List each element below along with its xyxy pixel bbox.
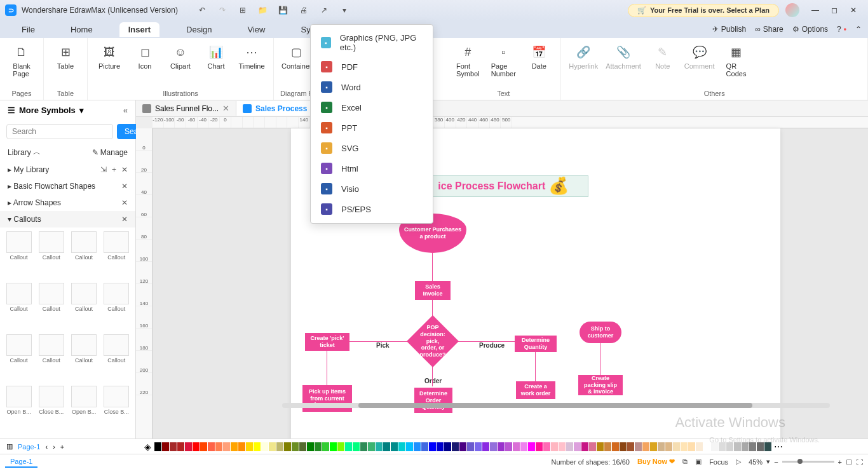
color-swatch[interactable]	[681, 442, 688, 451]
color-swatch[interactable]	[299, 442, 306, 451]
color-swatch[interactable]	[406, 442, 413, 451]
color-swatch[interactable]	[658, 442, 665, 451]
picture-button[interactable]: 🖼Picture	[94, 43, 125, 71]
export-option[interactable]: ▪PS/EPS	[311, 199, 433, 219]
menu-home[interactable]: Home	[62, 22, 102, 37]
shape-item[interactable]: Callout	[102, 334, 132, 383]
fullscreen-icon[interactable]: ⛶	[856, 458, 863, 466]
play-icon[interactable]: ▷	[736, 458, 741, 466]
undo-icon[interactable]: ↶	[197, 5, 207, 15]
color-swatch[interactable]	[734, 442, 741, 451]
color-swatch[interactable]	[757, 442, 764, 451]
shape-ship[interactable]: Ship to customer	[580, 322, 621, 343]
color-swatch[interactable]	[246, 442, 253, 451]
flowchart-title[interactable]: ice Process Flowchart 💰	[418, 175, 588, 197]
shape-item[interactable]: Callout	[69, 334, 99, 383]
color-swatch[interactable]	[559, 442, 566, 451]
color-swatch[interactable]	[528, 442, 535, 451]
color-swatch[interactable]	[642, 442, 649, 451]
color-swatch[interactable]	[597, 442, 604, 451]
shape-item[interactable]: Open B...	[69, 386, 99, 435]
color-swatch[interactable]	[177, 442, 184, 451]
color-swatch[interactable]	[749, 442, 756, 451]
redo-icon[interactable]: ↷	[217, 5, 227, 15]
color-swatch[interactable]	[193, 442, 200, 451]
page-number-button[interactable]: ▫Page Number	[488, 43, 519, 79]
color-swatch[interactable]	[376, 442, 383, 451]
eyedropper-icon[interactable]: ◈	[141, 442, 154, 452]
open-icon[interactable]: 📁	[258, 5, 268, 15]
color-swatch[interactable]	[215, 442, 222, 451]
shape-item[interactable]: Callout	[4, 231, 34, 280]
color-swatch[interactable]	[627, 442, 634, 451]
user-avatar[interactable]	[785, 3, 799, 17]
export-option[interactable]: ▪Graphics (PNG, JPG etc.)	[311, 29, 433, 57]
color-swatch[interactable]	[391, 442, 398, 451]
color-swatch[interactable]	[589, 442, 596, 451]
import-icon[interactable]: ⇲	[100, 165, 107, 174]
prev-page-icon[interactable]: ‹	[45, 443, 48, 451]
color-swatch[interactable]	[223, 442, 230, 451]
attachment-button[interactable]: 📎Attachment	[604, 43, 642, 79]
color-swatch[interactable]	[505, 442, 512, 451]
export-icon[interactable]: ↗	[319, 5, 329, 15]
close-icon[interactable]: ✕	[121, 198, 128, 207]
color-swatch[interactable]	[337, 442, 344, 451]
add-icon[interactable]: +	[112, 165, 116, 174]
color-swatch[interactable]	[696, 442, 703, 451]
color-swatch[interactable]	[688, 442, 695, 451]
color-swatch[interactable]	[261, 442, 268, 451]
color-swatch[interactable]	[490, 442, 497, 451]
buy-now-link[interactable]: Buy Now ❤	[637, 458, 675, 466]
shape-item[interactable]: Callout	[36, 334, 66, 383]
help-icon[interactable]: ? •	[837, 25, 846, 34]
color-swatch[interactable]	[459, 442, 466, 451]
color-swatch[interactable]	[520, 442, 527, 451]
color-swatch[interactable]	[498, 442, 505, 451]
cat-callouts[interactable]: ▾ Callouts ✕	[0, 211, 135, 228]
tab-sales-funnel[interactable]: Sales Funnel Flo... ✕	[136, 101, 236, 116]
color-swatch[interactable]	[673, 442, 680, 451]
color-swatch[interactable]	[353, 442, 360, 451]
color-swatch[interactable]	[482, 442, 489, 451]
color-swatch[interactable]	[452, 442, 459, 451]
container-button[interactable]: ▢Container	[280, 43, 313, 71]
color-swatch[interactable]	[276, 442, 283, 451]
color-swatch[interactable]	[475, 442, 482, 451]
shape-order-qty[interactable]: Determine Order Quantity	[414, 388, 452, 413]
shape-item[interactable]: Callout	[36, 283, 66, 332]
shape-item[interactable]: Callout	[102, 283, 132, 332]
shape-item[interactable]: Callout	[4, 283, 34, 332]
sheet-icon[interactable]: ▥	[6, 442, 13, 451]
zoom-out-icon[interactable]: −	[774, 458, 778, 466]
zoom-in-icon[interactable]: +	[838, 458, 842, 466]
color-swatch[interactable]	[635, 442, 642, 451]
close-icon[interactable]: ✕	[121, 215, 128, 224]
color-swatch[interactable]	[345, 442, 352, 451]
shape-item[interactable]: Callout	[69, 231, 99, 280]
shape-packing[interactable]: Create packing slip & invoice	[578, 375, 623, 395]
trial-banner[interactable]: 🛒 Your Free Trial is over. Select a Plan	[628, 4, 779, 17]
export-option[interactable]: ▪Visio	[311, 179, 433, 199]
export-option[interactable]: ▪Excel	[311, 97, 433, 118]
shape-item[interactable]: Callout	[102, 231, 132, 280]
color-swatch[interactable]	[574, 442, 581, 451]
menu-insert[interactable]: Insert	[119, 22, 159, 37]
color-swatch[interactable]	[581, 442, 588, 451]
page-tab-bottom[interactable]: Page-1	[5, 456, 37, 468]
color-swatch[interactable]	[170, 442, 177, 451]
color-swatch[interactable]	[231, 442, 238, 451]
color-swatch[interactable]	[612, 442, 619, 451]
cat-arrow-shapes[interactable]: ▸ Arrow Shapes ✕	[0, 194, 135, 211]
menu-view[interactable]: View	[239, 22, 275, 37]
color-swatch[interactable]	[513, 442, 520, 451]
color-swatch[interactable]	[330, 442, 337, 451]
export-option[interactable]: ▪SVG	[311, 138, 433, 158]
clipart-button[interactable]: ☺Clipart	[165, 43, 196, 71]
color-swatch[interactable]	[726, 442, 733, 451]
color-swatch[interactable]	[238, 442, 245, 451]
color-swatch[interactable]	[360, 442, 367, 451]
color-swatch[interactable]	[185, 442, 192, 451]
color-swatch[interactable]	[711, 442, 718, 451]
color-swatch[interactable]	[764, 442, 771, 451]
